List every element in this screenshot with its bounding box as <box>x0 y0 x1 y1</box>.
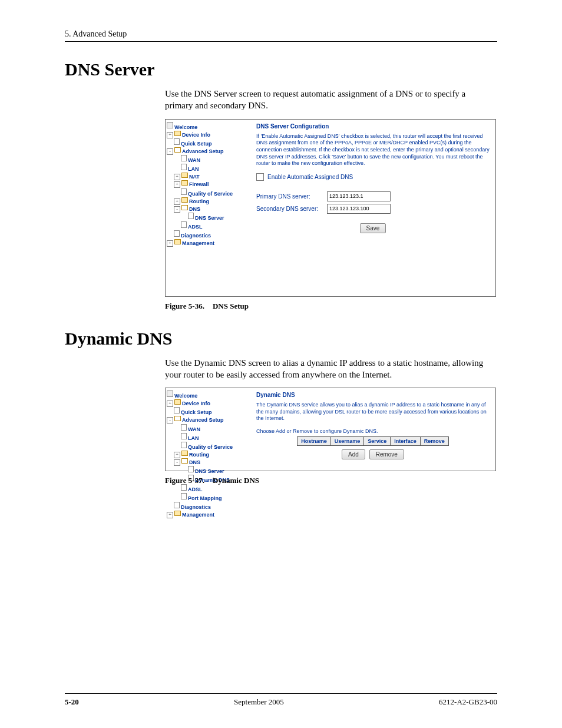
panel-instruction: Choose Add or Remove to configure Dynami… <box>256 428 490 434</box>
nav-wan[interactable]: WAN <box>188 426 200 432</box>
expand-icon[interactable]: + <box>167 401 173 407</box>
col-username: Username <box>330 437 364 446</box>
nav-lan[interactable]: LAN <box>188 166 199 172</box>
nav-nat[interactable]: NAT <box>189 174 200 180</box>
folder-icon <box>181 173 188 178</box>
expand-icon[interactable]: + <box>174 181 180 188</box>
primary-dns-input[interactable] <box>327 191 391 201</box>
nav-routing[interactable]: Routing <box>189 452 209 458</box>
expand-icon[interactable]: + <box>174 174 180 180</box>
panel-title: Dynamic DNS <box>256 392 490 398</box>
page-header: 5. Advanced Setup <box>65 29 497 42</box>
nav-dns-server[interactable]: DNS Server <box>195 215 224 221</box>
nav-diagnostics[interactable]: Diagnostics <box>181 233 211 239</box>
nav-management[interactable]: Management <box>182 512 214 518</box>
footer-doc-id: 6212-A2-GB23-00 <box>439 697 497 707</box>
nav-port-mapping[interactable]: Port Mapping <box>188 495 222 501</box>
expand-icon[interactable]: + <box>167 132 173 138</box>
page-icon <box>181 155 187 161</box>
page-icon <box>188 213 194 219</box>
page-icon <box>181 164 187 170</box>
remove-button[interactable]: Remove <box>369 449 404 459</box>
nav-qos[interactable]: Quality of Service <box>188 444 233 450</box>
add-button[interactable]: Add <box>342 449 365 459</box>
footer-date: September 2005 <box>234 697 284 707</box>
welcome-icon <box>167 391 173 397</box>
section-heading-dynamic-dns: Dynamic DNS <box>65 329 497 349</box>
nav-lan[interactable]: LAN <box>188 435 199 441</box>
page-icon <box>181 424 187 431</box>
enable-auto-dns-checkbox[interactable] <box>256 173 264 181</box>
page-icon <box>181 188 187 195</box>
collapse-icon[interactable]: - <box>174 459 180 466</box>
folder-open-icon <box>174 147 181 153</box>
nav-welcome[interactable]: Welcome <box>174 124 197 130</box>
primary-dns-label: Primary DNS server: <box>256 193 327 200</box>
nav-quick-setup[interactable]: Quick Setup <box>181 409 212 415</box>
nav-quick-setup[interactable]: Quick Setup <box>181 141 212 147</box>
page-icon <box>181 221 187 228</box>
page-icon <box>174 138 180 145</box>
figure-caption: Figure 5-37.Dynamic DNS <box>165 476 497 485</box>
col-hostname: Hostname <box>297 437 331 446</box>
panel-description: If 'Enable Automatic Assigned DNS' check… <box>256 133 490 167</box>
page-icon <box>181 433 187 439</box>
nav-management[interactable]: Management <box>182 240 214 246</box>
folder-icon <box>181 180 188 186</box>
expand-icon[interactable]: + <box>174 452 180 458</box>
collapse-icon[interactable]: - <box>167 148 173 155</box>
nav-dns[interactable]: DNS <box>189 459 200 465</box>
expand-icon[interactable]: + <box>167 512 173 518</box>
nav-tree: Welcome +Device Info Quick Setup -Advanc… <box>166 120 250 296</box>
col-service: Service <box>364 437 391 446</box>
nav-qos[interactable]: Quality of Service <box>188 191 233 197</box>
folder-icon <box>174 131 181 136</box>
secondary-dns-input[interactable] <box>327 204 391 214</box>
save-button[interactable]: Save <box>360 223 386 233</box>
page-icon <box>174 502 180 508</box>
collapse-icon[interactable]: - <box>174 206 180 213</box>
nav-diagnostics[interactable]: Diagnostics <box>181 504 211 510</box>
page-number: 5-20 <box>65 697 79 707</box>
page-icon <box>174 230 180 237</box>
nav-wan[interactable]: WAN <box>188 157 200 163</box>
folder-open-icon <box>181 205 188 210</box>
col-remove: Remove <box>420 437 448 446</box>
nav-welcome[interactable]: Welcome <box>174 393 197 399</box>
panel-title: DNS Server Configuration <box>256 123 490 130</box>
page-icon <box>174 407 180 413</box>
section-intro: Use the Dynamic DNS screen to alias a dy… <box>165 357 495 381</box>
secondary-dns-label: Secondary DNS server: <box>256 206 327 212</box>
welcome-icon <box>167 122 173 128</box>
nav-dns[interactable]: DNS <box>189 206 200 212</box>
nav-advanced-setup[interactable]: Advanced Setup <box>182 148 224 154</box>
content-panel: DNS Server Configuration If 'Enable Auto… <box>250 120 495 296</box>
nav-adsl[interactable]: ADSL <box>188 487 203 492</box>
expand-icon[interactable]: + <box>167 240 173 247</box>
nav-advanced-setup[interactable]: Advanced Setup <box>182 417 224 423</box>
nav-tree: Welcome +Device Info Quick Setup -Advanc… <box>166 388 250 471</box>
folder-icon <box>174 399 181 405</box>
folder-icon <box>174 511 181 516</box>
page-icon <box>181 493 187 499</box>
nav-adsl[interactable]: ADSL <box>188 224 203 230</box>
nav-device-info[interactable]: Device Info <box>182 401 210 406</box>
section-intro: Use the DNS Server screen to request aut… <box>165 88 495 112</box>
page-icon <box>188 466 194 472</box>
section-heading-dns-server: DNS Server <box>65 59 497 80</box>
col-interface: Interface <box>391 437 421 446</box>
enable-auto-dns-label: Enable Automatic Assigned DNS <box>267 174 353 180</box>
expand-icon[interactable]: + <box>174 198 180 205</box>
nav-dns-server[interactable]: DNS Server <box>195 468 224 474</box>
page-footer: 5-20 September 2005 6212-A2-GB23-00 <box>65 693 497 707</box>
folder-icon <box>181 197 188 203</box>
figure-caption: Figure 5-36.DNS Setup <box>165 302 497 311</box>
nav-firewall[interactable]: Firewall <box>189 181 209 187</box>
folder-icon <box>174 239 181 244</box>
nav-routing[interactable]: Routing <box>189 198 209 204</box>
ddns-table: Hostname Username Service Interface Remo… <box>297 436 449 446</box>
figure-dns-setup: Welcome +Device Info Quick Setup -Advanc… <box>165 119 496 297</box>
nav-device-info[interactable]: Device Info <box>182 132 210 138</box>
collapse-icon[interactable]: - <box>167 417 173 423</box>
content-panel: Dynamic DNS The Dynamic DNS service allo… <box>250 388 495 471</box>
